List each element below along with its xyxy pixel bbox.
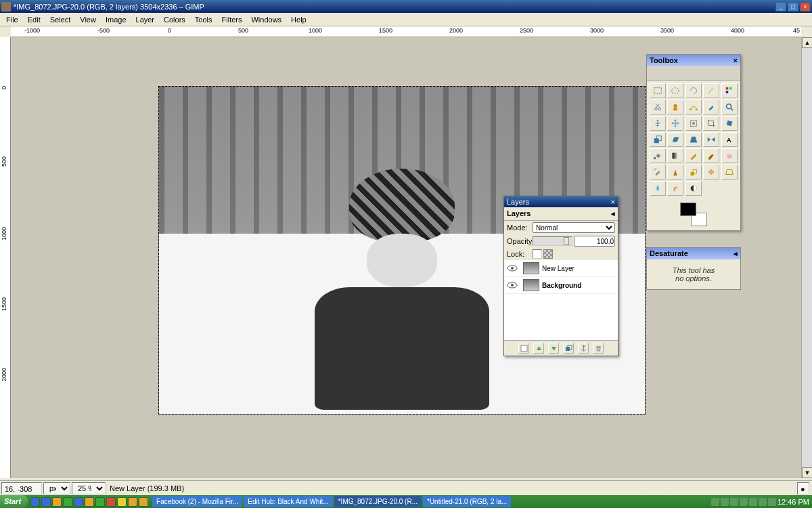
smudge-tool[interactable] [667,181,683,196]
ql-icon[interactable] [41,497,51,507]
mode-select[interactable]: Normal [533,222,615,233]
clone-tool[interactable] [685,165,702,179]
ellipse-select-tool[interactable] [667,83,683,98]
menu-colors[interactable]: Colors [159,14,190,25]
menu-windows[interactable]: Windows [246,14,286,25]
eraser-tool[interactable] [721,148,738,163]
taskbar-item[interactable]: Edit Hub: Black And Whit... [244,496,333,507]
blur-tool[interactable] [650,181,666,196]
tray-icon[interactable] [711,498,719,506]
layers-menu-icon[interactable]: ◂ [611,209,615,218]
taskbar-item[interactable]: *IMG_8072.JPG-20.0 (R... [334,496,422,507]
visibility-icon[interactable] [507,280,518,290]
tray-icon[interactable] [721,498,729,506]
anchor-layer-button[interactable] [578,343,589,354]
layers-close-icon[interactable]: × [611,198,615,206]
toolbox-close-icon[interactable]: × [734,56,738,64]
opacity-input[interactable] [574,236,615,247]
menu-tools[interactable]: Tools [190,14,217,25]
ql-icon[interactable] [128,497,137,507]
ql-icon[interactable] [106,497,116,507]
ql-icon[interactable] [95,497,105,507]
pencil-tool[interactable] [685,148,702,163]
desaturate-menu-icon[interactable]: ◂ [734,249,738,258]
layer-item[interactable]: New Layer [504,260,618,277]
move-tool[interactable] [667,116,683,131]
taskbar-item[interactable]: Facebook (2) - Mozilla Fir... [152,496,242,507]
minimize-button[interactable]: _ [775,2,786,12]
taskbar-item[interactable]: *Untitled-21.0 (RGB, 2 la... [423,496,511,507]
tray-icon[interactable] [730,498,738,506]
menu-layer[interactable]: Layer [131,14,160,25]
duplicate-layer-button[interactable] [563,343,574,354]
flip-tool[interactable] [703,132,719,147]
layer-item[interactable]: Background [504,277,618,294]
heal-tool[interactable] [703,165,719,179]
scroll-down-button[interactable]: ▼ [802,467,812,478]
delete-layer-button[interactable] [593,343,604,354]
scroll-v-track[interactable] [802,48,812,467]
ql-icon[interactable] [30,497,40,507]
blend-tool[interactable] [667,148,683,163]
scale-tool[interactable] [650,132,666,147]
clock[interactable]: 12:46 PM [777,498,809,506]
tray-icon[interactable] [768,498,776,506]
layers-panel[interactable]: Layers × Layers ◂ Mode: Normal Opacity: … [503,196,618,356]
perspective-tool[interactable] [685,132,702,147]
measure-tool[interactable] [650,116,666,131]
menu-image[interactable]: Image [101,14,131,25]
zoom-select[interactable]: 25 % [72,482,106,494]
close-button[interactable]: × [800,2,811,12]
scissors-tool[interactable] [650,100,666,114]
desaturate-title[interactable]: Desaturate ◂ [647,248,740,259]
visibility-icon[interactable] [507,263,518,273]
scroll-up-button[interactable]: ▲ [802,37,812,48]
tray-icon[interactable] [759,498,767,506]
crop-tool[interactable] [703,116,719,131]
tray-icon[interactable] [749,498,757,506]
airbrush-tool[interactable] [650,165,666,179]
color-picker-tool[interactable] [703,100,719,114]
unit-select[interactable]: px [43,482,70,494]
new-layer-button[interactable] [518,343,529,354]
menu-help[interactable]: Help [286,14,311,25]
rect-select-tool[interactable] [650,83,666,98]
lock-pixels-checkbox[interactable] [533,249,542,259]
tray-icon[interactable] [740,498,748,506]
menu-view[interactable]: View [75,14,101,25]
scrollbar-vertical[interactable]: ▲ ▼ [801,37,812,478]
paths-tool[interactable] [685,100,702,114]
zoom-tool[interactable] [721,100,738,114]
lower-layer-button[interactable] [548,343,559,354]
paintbrush-tool[interactable] [703,148,719,163]
fuzzy-select-tool[interactable] [703,83,719,98]
lock-alpha-checkbox[interactable] [543,249,553,259]
ql-icon[interactable] [63,497,72,507]
ql-icon[interactable] [74,497,83,507]
ql-icon[interactable] [139,497,148,507]
foreground-select-tool[interactable] [667,100,683,114]
cancel-icon[interactable]: ● [797,482,809,494]
toolbox-title[interactable]: Toolbox × [647,55,740,66]
maximize-button[interactable]: □ [788,2,798,12]
ink-tool[interactable] [667,165,683,179]
menu-edit[interactable]: Edit [23,14,45,25]
raise-layer-button[interactable] [533,343,544,354]
align-tool[interactable] [685,116,702,131]
menu-filters[interactable]: Filters [217,14,247,25]
shear-tool[interactable] [667,132,683,147]
layers-titlebar[interactable]: Layers × [504,196,618,207]
start-button[interactable]: Start [0,495,28,508]
lasso-tool[interactable] [685,83,702,98]
bucket-fill-tool[interactable] [650,148,666,163]
ql-icon[interactable] [52,497,62,507]
opacity-slider[interactable] [533,236,572,246]
rotate-tool[interactable] [721,116,738,131]
dodge-tool[interactable] [685,181,702,196]
perspective-clone-tool[interactable] [721,165,738,179]
color-select-tool[interactable] [721,83,738,98]
foreground-color[interactable] [680,203,696,216]
ql-icon[interactable] [117,497,127,507]
ql-icon[interactable] [85,497,94,507]
menu-select[interactable]: Select [45,14,76,25]
